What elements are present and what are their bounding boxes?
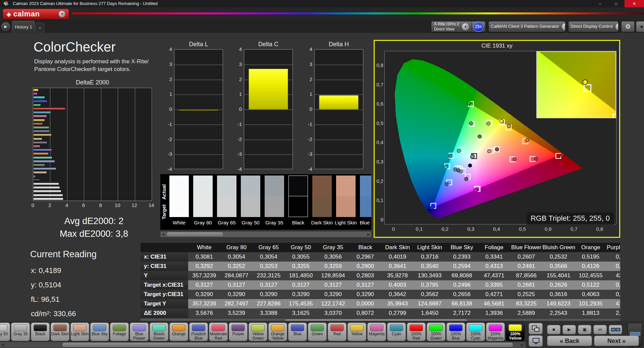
gridline: [174, 140, 223, 140]
pattern-button-blue[interactable]: Blue: [288, 323, 307, 341]
dual-monitor-icon: [630, 332, 635, 336]
cie-chart-title: CIE 1931 xy: [375, 43, 619, 49]
swatch-gray-65: Gray 65: [217, 176, 236, 229]
table-column-header: Gray 80: [220, 243, 253, 252]
reading-cdm2: cd/m²: 330,66: [31, 309, 76, 318]
table-cell: 87,8566: [510, 271, 542, 280]
axis-tick: -2: [232, 136, 242, 142]
axis-tick: 4: [302, 46, 312, 52]
pattern-button-orange[interactable]: Orange: [169, 323, 188, 341]
axis-tick: 4: [65, 202, 68, 208]
play-button[interactable]: ▶: [562, 325, 576, 334]
pattern-button-green[interactable]: Green: [308, 323, 327, 341]
dual-display-button[interactable]: [609, 325, 622, 334]
delta-bar: [319, 95, 359, 110]
minimize-button[interactable]: –: [592, 0, 608, 7]
pattern-button-cyan[interactable]: Cyan: [387, 323, 406, 341]
calman-menu-button[interactable]: ◈ calman ▼: [3, 9, 69, 19]
add-tab-button[interactable]: +: [36, 23, 44, 33]
swatch-label: Gray 80: [191, 220, 215, 225]
pattern-button-dark-skin[interactable]: Dark Skin: [51, 323, 69, 341]
pattern-button-foliage[interactable]: Foliage: [110, 323, 129, 341]
meter-count-badge[interactable]: 234: [473, 22, 483, 32]
actual-swatch: [217, 176, 236, 196]
deltae-chart-title: DeltaE 2000: [33, 79, 152, 86]
meter-dropdown[interactable]: X-Rite i1Pro 2 Direct View ▼ 234: [431, 21, 486, 32]
scroll-left-icon[interactable]: ◀: [160, 231, 166, 237]
pattern-color-chip: [291, 324, 304, 331]
pattern-button-orange-yellow[interactable]: Orange Yellow: [268, 323, 287, 341]
settings-gear-icon[interactable]: ⚙: [621, 21, 635, 32]
axis-tick: 0,3: [375, 159, 383, 164]
pattern-button-black[interactable]: Black: [31, 323, 50, 341]
back-button[interactable]: « Back: [547, 336, 592, 346]
display-control-dropdown[interactable]: Direct Display Control ▼: [568, 21, 619, 32]
display-view-button[interactable]: [529, 335, 543, 347]
pattern-button-gray-35[interactable]: Gray 35: [11, 323, 30, 341]
collapse-panel-icon[interactable]: ◀: [636, 21, 644, 32]
tab-history-1[interactable]: History 1: [12, 21, 35, 33]
pattern-button-bluish-green[interactable]: Bluish Green: [150, 323, 168, 341]
pattern-button-red[interactable]: Red: [328, 323, 346, 341]
gridline: [135, 88, 135, 201]
pattern-button-magenta[interactable]: Magenta: [367, 323, 386, 341]
deltae-x-axis: 02468101214: [33, 202, 154, 208]
pattern-button-100-yellow[interactable]: 100% Yellow: [506, 323, 525, 341]
bottom-scrollbar[interactable]: ◀ ▶: [0, 342, 526, 348]
pattern-color-chip: [489, 324, 502, 331]
close-button[interactable]: ✕: [625, 0, 644, 7]
table-cell: 0,3127: [220, 280, 253, 290]
pattern-button-yellow[interactable]: Yellow: [347, 323, 366, 341]
pattern-button-yellow-green[interactable]: Yellow Green: [249, 323, 267, 341]
pattern-button-gray-50[interactable]: Gray 50: [0, 323, 10, 341]
table-cell: 0,192: [607, 290, 620, 299]
pattern-button-purple[interactable]: Purple: [229, 323, 248, 341]
next-button[interactable]: Next »: [594, 336, 639, 346]
pattern-label: Gray 35: [11, 332, 30, 336]
pattern-button-100-red[interactable]: 100% Red: [407, 323, 426, 341]
swatch-scrollbar[interactable]: ◀ ▶: [160, 231, 371, 237]
pattern-button-blue-flower[interactable]: Blue Flower: [130, 323, 149, 341]
spectrum-gradient-bar: [72, 12, 644, 14]
source-dropdown[interactable]: CalMAN Client 3 Pattern Generator ▼: [488, 21, 566, 32]
layout-switch-button[interactable]: [529, 323, 543, 334]
table-cell: 0,3642: [381, 290, 414, 299]
gridline: [315, 140, 363, 140]
table-cell: 0,4019: [381, 252, 414, 262]
pattern-button-moderate-red[interactable]: Moderate Red: [209, 323, 228, 341]
pattern-button-purplish-blue[interactable]: Purplish Blue: [189, 323, 208, 341]
table-cell: 0,4313: [478, 262, 510, 271]
axis-tick: -4: [302, 166, 312, 172]
pattern-button-100-magenta[interactable]: 100% Magenta: [486, 323, 505, 341]
pattern-label: Yellow Green: [249, 332, 267, 341]
table-cell: 227,8286: [253, 299, 285, 308]
table-cell: 0,3290: [220, 290, 253, 299]
scroll-right-icon[interactable]: ▶: [366, 231, 371, 237]
stop-button[interactable]: ■: [547, 325, 560, 334]
scrollbar-thumb[interactable]: [62, 342, 513, 347]
pattern-button-blue-sky[interactable]: Blue Sky: [90, 323, 109, 341]
scrollbar-thumb[interactable]: [166, 232, 223, 237]
pattern-color-chip: [469, 324, 482, 331]
deltae-bar: [33, 134, 52, 136]
table-cell: 2,303: [607, 308, 620, 318]
pattern-button-100-cyan[interactable]: 100% Cyan: [466, 323, 485, 341]
scroll-right-icon[interactable]: ▶: [520, 342, 525, 348]
axis-tick: 0,8: [375, 62, 383, 68]
scroll-left-icon[interactable]: ◀: [0, 342, 5, 348]
axis-tick: 6: [82, 202, 85, 208]
axis-tick: 0,2: [438, 226, 452, 232]
measure-button[interactable]: ▣: [578, 325, 591, 334]
chevron-down-icon: ▼: [562, 23, 566, 30]
pattern-button-100-green[interactable]: 100% Green: [427, 323, 445, 341]
maximize-button[interactable]: □: [608, 0, 624, 7]
deltae-bar: [33, 167, 56, 170]
deltae-bar: [33, 92, 38, 95]
pattern-button-light-skin[interactable]: Light Skin: [70, 323, 89, 341]
pattern-button-100-blue[interactable]: 100% Blue: [446, 323, 465, 341]
pattern-label: Purplish Blue: [190, 332, 208, 341]
deltae-bar: [33, 198, 63, 200]
tab-scroll-button[interactable]: ▶: [1, 22, 10, 31]
continuous-measure-button[interactable]: ∞: [593, 325, 607, 334]
target-swatch: [336, 196, 356, 217]
